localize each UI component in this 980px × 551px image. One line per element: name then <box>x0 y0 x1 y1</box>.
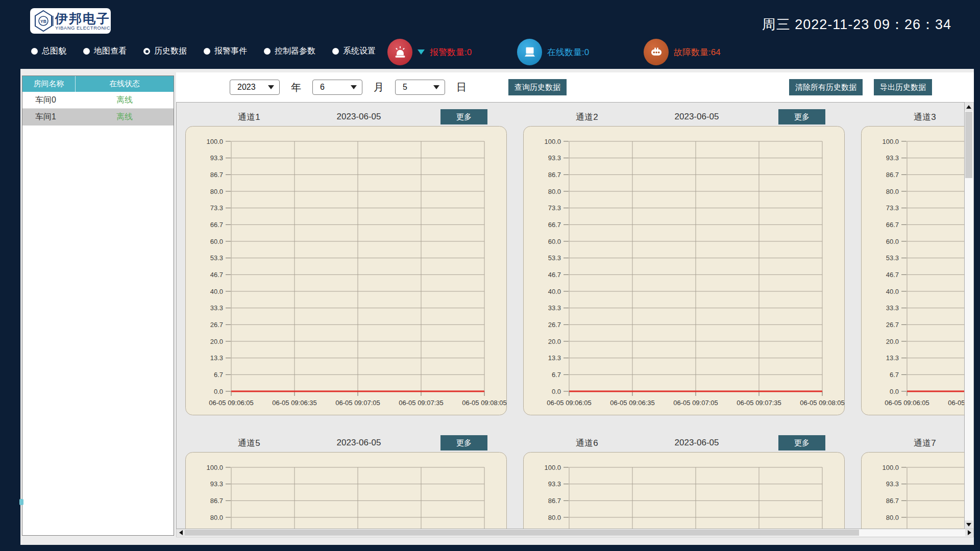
svg-text:80.0: 80.0 <box>886 188 899 195</box>
alarm-count-label: 报警数量:0 <box>430 46 472 58</box>
svg-text:73.3: 73.3 <box>886 204 899 212</box>
svg-text:06-05 09:06:05: 06-05 09:06:05 <box>209 399 253 407</box>
nav-history-data[interactable]: 历史数据 <box>143 46 187 57</box>
month-select[interactable]: 6 <box>312 80 362 95</box>
svg-text:06-05 09:06:35: 06-05 09:06:35 <box>272 399 316 407</box>
svg-text:80.0: 80.0 <box>210 188 223 195</box>
svg-text:33.3: 33.3 <box>210 304 223 312</box>
nav-controller-params[interactable]: 控制器参数 <box>264 46 315 57</box>
chart-title: 通道6 <box>559 437 615 449</box>
svg-text:93.3: 93.3 <box>548 154 561 162</box>
nav-alarm-events[interactable]: 报警事件 <box>204 46 247 57</box>
scroll-up-button[interactable] <box>965 103 973 111</box>
day-select[interactable]: 5 <box>395 80 445 95</box>
chevron-down-icon <box>351 85 357 89</box>
vertical-scroll-thumb[interactable] <box>965 112 972 178</box>
charts-row-1: 通道12023-06-05更多100.093.386.780.073.366.7… <box>177 108 964 417</box>
svg-text:33.3: 33.3 <box>886 304 899 312</box>
export-history-button[interactable]: 导出历史数据 <box>874 79 932 95</box>
online-count-label: 在线数量:0 <box>547 46 589 58</box>
chart-title: 通道5 <box>221 437 277 449</box>
svg-text:0.0: 0.0 <box>214 388 223 395</box>
svg-text:26.7: 26.7 <box>886 321 899 329</box>
chart-title: 通道1 <box>221 111 277 123</box>
chart-more-button[interactable]: 更多 <box>778 435 825 450</box>
radio-icon <box>143 48 150 55</box>
charts-viewport: 通道12023-06-05更多100.093.386.780.073.366.7… <box>176 102 965 529</box>
chart-plot: 100.093.386.780.073.366.760.053.346.740.… <box>523 452 845 529</box>
svg-text:13.3: 13.3 <box>210 354 223 362</box>
fault-device-icon <box>644 39 669 65</box>
svg-text:86.7: 86.7 <box>548 497 561 505</box>
horizontal-scroll-thumb[interactable] <box>185 530 859 536</box>
svg-text:86.7: 86.7 <box>548 171 561 179</box>
svg-text:80.0: 80.0 <box>548 188 561 195</box>
history-data-panel: 2023 年 6 月 5 日 查询历史数据 清除所有历史数据 导出历史数据 通道… <box>176 72 974 537</box>
nav-overview[interactable]: 总图貌 <box>31 46 66 57</box>
fault-count-label: 故障数量:64 <box>674 46 721 58</box>
datetime-display: 周三 2022-11-23 09：26：34 <box>762 15 951 34</box>
svg-text:53.3: 53.3 <box>210 254 223 262</box>
horizontal-scrollbar[interactable] <box>176 529 974 537</box>
svg-text:60.0: 60.0 <box>210 238 223 245</box>
scroll-down-button[interactable] <box>965 520 973 529</box>
svg-text:93.3: 93.3 <box>886 480 899 488</box>
svg-text:40.0: 40.0 <box>548 288 561 295</box>
channel-chart-cell: 通道62023-06-05更多100.093.386.780.073.366.7… <box>523 434 845 529</box>
svg-text:0.0: 0.0 <box>890 388 899 395</box>
query-history-button[interactable]: 查询历史数据 <box>508 79 567 95</box>
svg-text:06-05 09:08:05: 06-05 09:08:05 <box>800 399 844 407</box>
main-nav: 总图貌 地图查看 历史数据 报警事件 控制器参数 系统设置 <box>31 46 376 57</box>
scroll-left-button[interactable] <box>177 529 185 536</box>
svg-text:73.3: 73.3 <box>210 204 223 212</box>
svg-text:86.7: 86.7 <box>886 171 899 179</box>
svg-text:100.0: 100.0 <box>544 464 561 471</box>
svg-text:66.7: 66.7 <box>548 221 561 229</box>
svg-text:53.3: 53.3 <box>886 254 899 262</box>
alarm-dropdown-caret-icon[interactable] <box>418 49 425 55</box>
logo-name-cn: 伊邦电子 <box>55 12 110 25</box>
chart-more-button[interactable]: 更多 <box>440 435 487 450</box>
svg-text:46.7: 46.7 <box>210 271 223 279</box>
room-row-0[interactable]: 车间0 离线 <box>22 92 174 109</box>
svg-text:20.0: 20.0 <box>210 338 223 345</box>
chart-more-button[interactable]: 更多 <box>440 109 487 124</box>
svg-text:100.0: 100.0 <box>206 138 223 145</box>
year-unit-label: 年 <box>291 81 301 94</box>
online-status-header: 在线状态 <box>76 76 174 92</box>
fault-count-group: 故障数量:64 <box>644 39 721 65</box>
svg-text:33.3: 33.3 <box>548 304 561 312</box>
svg-text:86.7: 86.7 <box>210 171 223 179</box>
year-select[interactable]: 2023 <box>230 80 280 95</box>
svg-text:YB: YB <box>40 19 46 24</box>
logo-hexagon-icon: YB <box>33 10 54 32</box>
splitter-handle[interactable] <box>19 499 23 505</box>
nav-system-settings[interactable]: 系统设置 <box>332 46 376 57</box>
room-row-1[interactable]: 车间1 离线 <box>22 109 174 126</box>
chart-plot: 100.093.386.780.073.366.760.053.346.740.… <box>861 452 965 529</box>
clear-history-button[interactable]: 清除所有历史数据 <box>789 79 863 95</box>
scroll-right-button[interactable] <box>965 529 973 536</box>
room-name-header: 房间名称 <box>22 76 76 92</box>
svg-text:13.3: 13.3 <box>548 354 561 362</box>
svg-text:80.0: 80.0 <box>210 514 223 521</box>
radio-icon <box>204 48 210 55</box>
svg-text:20.0: 20.0 <box>548 338 561 345</box>
svg-text:100.0: 100.0 <box>544 138 561 145</box>
svg-text:26.7: 26.7 <box>210 321 223 329</box>
nav-map-view[interactable]: 地图查看 <box>83 46 127 57</box>
svg-text:13.3: 13.3 <box>886 354 899 362</box>
svg-text:06-05 09:08:05: 06-05 09:08:05 <box>462 399 506 407</box>
online-count-group: 在线数量:0 <box>517 39 589 65</box>
svg-text:0.0: 0.0 <box>552 388 561 395</box>
channel-chart-cell: 通道12023-06-05更多100.093.386.780.073.366.7… <box>185 108 507 417</box>
room-table-header: 房间名称 在线状态 <box>22 76 174 92</box>
svg-text:46.7: 46.7 <box>886 271 899 279</box>
svg-text:93.3: 93.3 <box>210 480 223 488</box>
chart-date: 2023-06-05 <box>615 112 778 122</box>
vertical-scrollbar[interactable] <box>965 102 974 529</box>
company-logo: YB 伊邦电子 YIBANG ELECTRONIC <box>30 8 111 34</box>
chart-more-button[interactable]: 更多 <box>778 109 825 124</box>
svg-text:06-05 09:07:35: 06-05 09:07:35 <box>399 399 443 407</box>
svg-text:40.0: 40.0 <box>210 288 223 295</box>
